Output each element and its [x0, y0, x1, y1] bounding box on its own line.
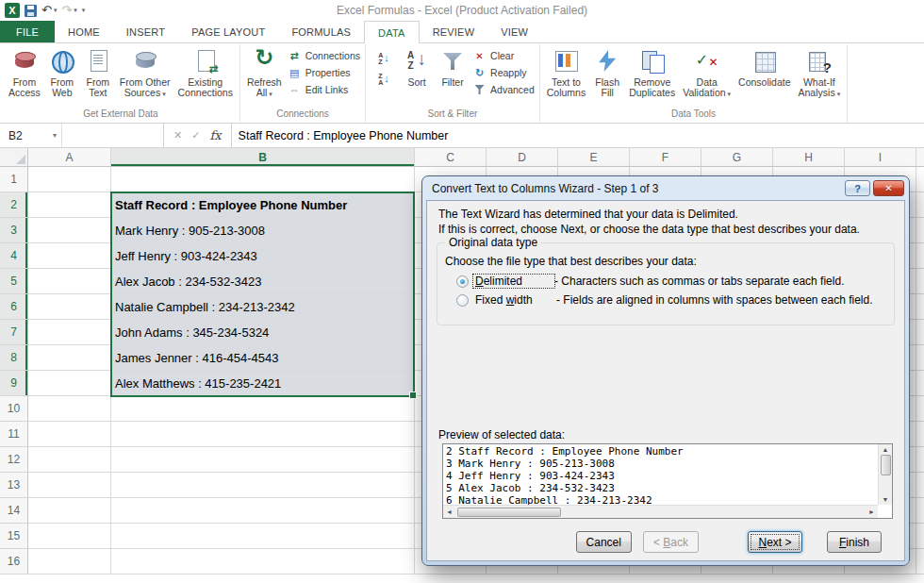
scroll-left-icon[interactable]: ◄ — [443, 507, 455, 517]
cell-b10[interactable] — [111, 396, 415, 422]
tab-data[interactable]: DATA — [364, 21, 420, 43]
tab-home[interactable]: HOME — [55, 21, 113, 42]
preview-box[interactable]: 2 Staff Record : Employee Phone Number3 … — [442, 443, 893, 519]
cell-j14[interactable] — [916, 498, 924, 524]
ribbon-button-from-text[interactable]: FromText — [80, 44, 116, 98]
cell-j6[interactable] — [916, 294, 924, 320]
cell-a3[interactable] — [28, 218, 111, 243]
cell-j7[interactable] — [916, 320, 924, 345]
back-button[interactable]: < Back — [643, 531, 699, 553]
cell-b7[interactable]: John Adams : 345-234-5324 — [111, 320, 415, 345]
ribbon-button-advanced[interactable]: Advanced — [472, 83, 535, 96]
row-header-6[interactable]: 6 — [0, 294, 28, 320]
dialog-title-bar[interactable]: Convert Text to Columns Wizard - Step 1 … — [426, 176, 905, 200]
column-header-a[interactable]: A — [28, 148, 111, 167]
ribbon-button-edit-links[interactable]: Edit Links — [288, 83, 360, 96]
tab-insert[interactable]: INSERT — [113, 21, 178, 42]
sort-descending-button[interactable]: ZA↓ — [371, 70, 397, 88]
cell-b14[interactable] — [111, 498, 415, 524]
ribbon-button-from-web[interactable]: FromWeb — [44, 44, 80, 98]
cell-a14[interactable] — [28, 498, 111, 524]
preview-horizontal-scrollbar[interactable]: ◄ ► — [443, 505, 878, 518]
cancel-button[interactable]: Cancel — [576, 531, 632, 553]
ribbon-button-what-if-analysis[interactable]: What-IfAnalysis▾ — [795, 44, 845, 99]
redo-button[interactable]: ↷▾ — [61, 4, 76, 17]
row-header-12[interactable]: 12 — [0, 447, 28, 473]
name-box-caret-icon[interactable]: ▾ — [53, 131, 61, 140]
cell-j16[interactable] — [916, 549, 924, 575]
vertical-scroll-thumb[interactable] — [881, 455, 891, 475]
ribbon-button-data-validation[interactable]: DataValidation▾ — [679, 44, 734, 99]
scroll-down-icon[interactable]: ▼ — [880, 494, 892, 505]
cell-a12[interactable] — [28, 447, 111, 473]
ribbon-button-reapply[interactable]: Reapply — [472, 66, 535, 79]
cell-a2[interactable] — [28, 192, 111, 218]
cell-a7[interactable] — [28, 320, 111, 345]
cell-b12[interactable] — [111, 447, 415, 473]
cell-b8[interactable]: James Jenner : 416-454-4543 — [111, 345, 415, 371]
column-header-e[interactable]: E — [558, 148, 630, 167]
scroll-right-icon[interactable]: ► — [866, 507, 878, 517]
tab-page-layout[interactable]: PAGE LAYOUT — [178, 21, 278, 42]
insert-function-icon[interactable]: fx — [209, 128, 221, 142]
cell-b11[interactable] — [111, 422, 415, 447]
cell-b3[interactable]: Mark Henry : 905-213-3008 — [111, 218, 415, 243]
ribbon-button-filter[interactable]: Filter — [435, 44, 470, 98]
row-header-14[interactable]: 14 — [0, 498, 28, 524]
row-header-11[interactable]: 11 — [0, 422, 28, 447]
cell-b16[interactable] — [111, 549, 415, 575]
save-button[interactable] — [25, 5, 37, 17]
cell-b1[interactable] — [111, 167, 415, 192]
cell-a5[interactable] — [28, 269, 111, 294]
confirm-entry-icon[interactable]: ✓ — [191, 129, 200, 142]
cell-a15[interactable] — [28, 524, 111, 549]
row-header-9[interactable]: 9 — [0, 371, 28, 396]
ribbon-button-text-to-columns[interactable]: Text toColumns — [543, 44, 589, 98]
cancel-entry-icon[interactable]: ✕ — [173, 129, 182, 142]
tab-file[interactable]: FILE — [0, 21, 55, 42]
ribbon-button-from-access[interactable]: FromAccess — [5, 44, 44, 98]
ribbon-button-properties[interactable]: Properties — [288, 66, 360, 79]
cell-j3[interactable] — [916, 218, 924, 243]
cell-a10[interactable] — [28, 396, 111, 422]
row-header-4[interactable]: 4 — [0, 243, 28, 269]
ribbon-button-from-other-sources[interactable]: From OtherSources▾ — [116, 44, 174, 99]
cell-b13[interactable] — [111, 473, 415, 498]
cell-j9[interactable] — [916, 371, 924, 396]
column-header-c[interactable]: C — [415, 148, 487, 167]
row-header-7[interactable]: 7 — [0, 320, 28, 345]
column-header-g[interactable]: G — [701, 148, 773, 167]
column-header-h[interactable]: H — [773, 148, 845, 167]
ribbon-button-remove-duplicates[interactable]: RemoveDuplicates — [625, 44, 679, 98]
ribbon-button-existing-connections[interactable]: ExistingConnections — [174, 44, 237, 98]
scroll-up-icon[interactable]: ▲ — [880, 444, 892, 455]
cell-b2[interactable]: Staff Record : Employee Phone Number — [111, 192, 415, 218]
column-header-f[interactable]: F — [630, 148, 701, 167]
row-header-13[interactable]: 13 — [0, 473, 28, 498]
column-header-j[interactable]: J — [916, 148, 924, 167]
row-header-15[interactable]: 15 — [0, 524, 28, 549]
row-header-5[interactable]: 5 — [0, 269, 28, 294]
cell-a8[interactable] — [28, 345, 111, 371]
tab-view[interactable]: VIEW — [487, 21, 541, 42]
cell-b6[interactable]: Natalie Campbell : 234-213-2342 — [111, 294, 415, 320]
preview-vertical-scrollbar[interactable]: ▲ ▼ — [878, 444, 892, 505]
horizontal-scroll-thumb[interactable] — [457, 508, 561, 517]
ribbon-button-flash-fill[interactable]: FlashFill — [589, 44, 625, 98]
cell-j12[interactable] — [916, 447, 924, 473]
ribbon-button-connections[interactable]: Connections — [288, 49, 360, 62]
cell-j1[interactable] — [916, 167, 924, 192]
row-header-16[interactable]: 16 — [0, 549, 28, 575]
row-header-1[interactable]: 1 — [0, 167, 28, 192]
cell-j5[interactable] — [916, 269, 924, 294]
cell-j10[interactable] — [916, 396, 924, 422]
formula-input[interactable]: Staff Record : Employee Phone Number — [232, 124, 924, 147]
cell-a13[interactable] — [28, 473, 111, 498]
undo-caret-icon[interactable]: ▾ — [54, 4, 58, 17]
dialog-close-button[interactable]: ✕ — [873, 180, 904, 196]
cell-a9[interactable] — [28, 371, 111, 396]
undo-button[interactable]: ↶▾ — [41, 4, 57, 17]
fixed-width-radio-label[interactable]: Fixed width — [475, 293, 556, 307]
cell-b9[interactable]: Alex Matthews : 415-235-2421 — [111, 371, 415, 396]
cell-a6[interactable] — [28, 294, 111, 320]
